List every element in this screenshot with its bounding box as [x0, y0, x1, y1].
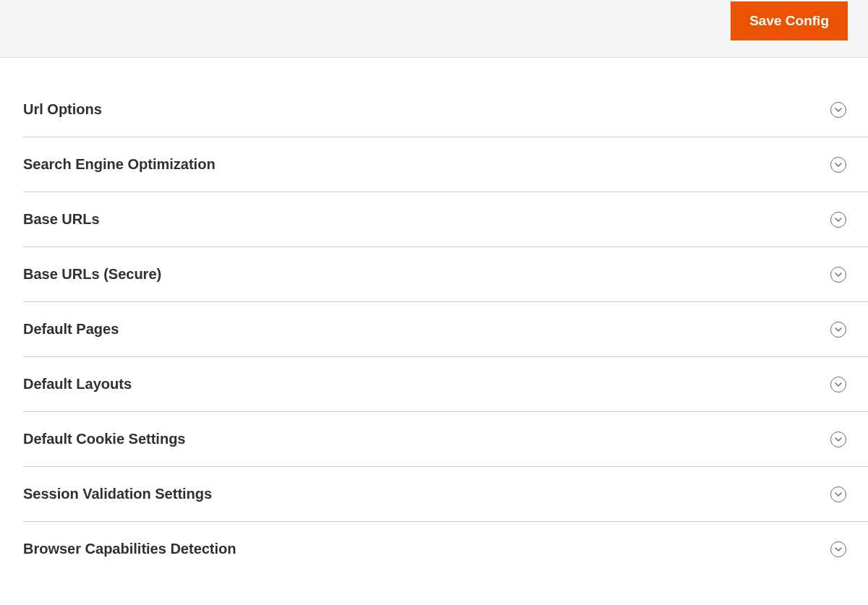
section-title: Session Validation Settings [23, 486, 212, 502]
section-title: Url Options [23, 101, 102, 118]
section-browser-capabilities-detection[interactable]: Browser Capabilities Detection [23, 522, 868, 576]
section-default-layouts[interactable]: Default Layouts [23, 357, 868, 412]
section-session-validation-settings[interactable]: Session Validation Settings [23, 467, 868, 522]
section-title: Browser Capabilities Detection [23, 541, 237, 557]
save-config-button[interactable]: Save Config [731, 1, 848, 40]
section-base-urls[interactable]: Base URLs [23, 192, 868, 247]
section-title: Default Layouts [23, 376, 132, 392]
chevron-down-icon [830, 267, 846, 283]
section-title: Base URLs [23, 211, 100, 228]
chevron-down-icon [830, 541, 846, 557]
top-toolbar: Save Config [0, 0, 868, 58]
chevron-down-icon [830, 212, 846, 228]
section-default-cookie-settings[interactable]: Default Cookie Settings [23, 412, 868, 467]
section-default-pages[interactable]: Default Pages [23, 302, 868, 357]
section-url-options[interactable]: Url Options [23, 101, 868, 137]
section-search-engine-optimization[interactable]: Search Engine Optimization [23, 137, 868, 192]
section-base-urls-secure[interactable]: Base URLs (Secure) [23, 247, 868, 302]
chevron-down-icon [830, 432, 846, 447]
section-title: Base URLs (Secure) [23, 266, 161, 283]
section-title: Default Cookie Settings [23, 431, 185, 447]
chevron-down-icon [830, 102, 846, 118]
config-sections-container: Url Options Search Engine Optimization B… [0, 101, 868, 576]
chevron-down-icon [830, 322, 846, 338]
section-title: Default Pages [23, 321, 119, 338]
section-title: Search Engine Optimization [23, 156, 216, 173]
chevron-down-icon [830, 157, 846, 173]
chevron-down-icon [830, 486, 846, 502]
chevron-down-icon [830, 377, 846, 392]
